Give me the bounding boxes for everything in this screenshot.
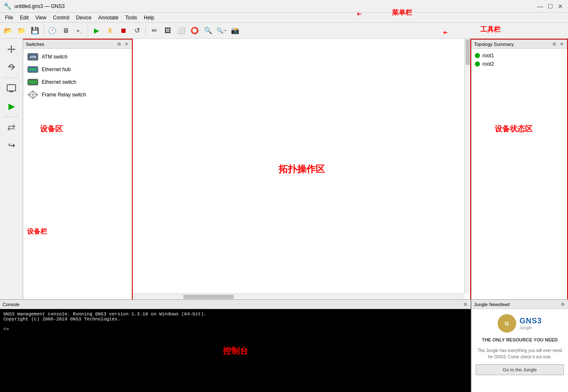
toolbar-image-btn[interactable]: 🖼 <box>161 25 174 37</box>
jungle-logo: G GNS3 Jungle <box>498 314 542 333</box>
menu-file[interactable]: File <box>2 14 16 21</box>
root1-status-dot <box>475 53 480 58</box>
close-button[interactable]: ✕ <box>556 2 565 11</box>
console-line-3 <box>3 322 467 327</box>
atm-switch-icon: ATM <box>27 52 38 61</box>
toolbar-open-btn[interactable]: 📁 <box>15 25 28 37</box>
switches-close-btn[interactable]: ✕ <box>123 41 129 47</box>
toolbar-screenshot-btn[interactable]: 📸 <box>229 25 241 37</box>
jungle-title: Jungle Newsfeed <box>474 302 509 307</box>
switches-list: ATM ATM switch <box>23 49 132 299</box>
dev-tool-connect[interactable] <box>3 59 19 75</box>
dev-tool-move[interactable] <box>3 41 19 57</box>
topology-summary-panel: Topology Summary ⧉ ✕ root1 root2 <box>471 39 568 299</box>
app-title: untitled.gns3 — GNS3 <box>14 3 64 9</box>
jungle-restore-btn[interactable]: ⧉ <box>560 301 565 307</box>
toolbar-console-btn[interactable]: >_ <box>73 25 86 37</box>
title-bar: 🔧 untitled.gns3 — GNS3 — ☐ ✕ <box>0 0 568 13</box>
topology-summary-list: root1 root2 <box>472 49 567 299</box>
main-layout: ▶ ↩ Switches ⧉ ✕ <box>0 39 568 392</box>
frame-relay-icon <box>27 90 38 99</box>
menu-control[interactable]: Control <box>50 14 73 21</box>
jungle-goto-button[interactable]: Go to the Jungle <box>476 364 564 375</box>
dev-tool-transfer[interactable] <box>3 120 19 136</box>
menu-tools[interactable]: Tools <box>122 14 140 21</box>
device-toolbar: ▶ ↩ <box>0 39 23 299</box>
bottom-section: Console ⧉ GNS3 management console. Runni… <box>0 299 568 392</box>
console-body[interactable]: GNS3 management console. Running GNS3 ve… <box>0 309 471 392</box>
top-section: ▶ ↩ Switches ⧉ ✕ <box>0 39 568 299</box>
switch-item-atm[interactable]: ATM ATM switch <box>23 51 132 63</box>
menu-device[interactable]: Device <box>73 14 95 21</box>
v-scrollbar[interactable] <box>464 39 470 293</box>
topology-restore-btn[interactable]: ⧉ <box>551 41 557 47</box>
svg-marker-4 <box>8 48 9 50</box>
dev-tool-screen[interactable] <box>3 80 19 96</box>
console-panel: Console ⧉ GNS3 management console. Runni… <box>0 300 471 392</box>
console-title: Console <box>3 302 19 307</box>
svg-point-13 <box>32 69 34 70</box>
switches-title: Switches <box>26 42 44 47</box>
ethernet-hub-icon <box>27 65 38 74</box>
toolbar-history-btn[interactable]: 🕐 <box>46 25 59 37</box>
frame-relay-label: Frame Relay switch <box>42 92 86 98</box>
menu-edit[interactable]: Edit <box>16 14 32 21</box>
console-header: Console ⧉ <box>0 300 471 309</box>
menu-view[interactable]: View <box>32 14 50 21</box>
h-scrollbar-thumb[interactable] <box>183 295 234 299</box>
toolbar-rect-btn[interactable]: ⬜ <box>175 25 188 37</box>
jungle-subtitle-label: Jungle <box>520 325 542 330</box>
topology-item-root1[interactable]: root1 <box>475 51 564 60</box>
toolbar-zoomout-btn[interactable]: 🔍− <box>215 25 228 37</box>
menu-bar: File Edit View Control Device Annotate T… <box>0 13 568 23</box>
switches-restore-btn[interactable]: ⧉ <box>116 41 122 47</box>
svg-marker-3 <box>11 51 12 53</box>
svg-rect-6 <box>7 85 16 91</box>
jungle-body: G GNS3 Jungle THE ONLY RESOURCE YOU NEED… <box>472 309 568 392</box>
toolbar-sep1 <box>43 26 44 36</box>
ethernet-switch-label: Ethernet switch <box>42 79 76 85</box>
jungle-description: The Jungle has everything you will ever … <box>476 347 564 360</box>
maximize-button[interactable]: ☐ <box>546 2 555 11</box>
console-line-4: => <box>3 327 467 332</box>
jungle-panel: Jungle Newsfeed ⧉ G G <box>471 300 568 392</box>
topology-item-root2[interactable]: root2 <box>475 60 564 68</box>
atm-switch-label: ATM switch <box>42 54 67 60</box>
minimize-button[interactable]: — <box>536 2 544 11</box>
switch-item-hub[interactable]: Ethernet hub <box>23 63 132 76</box>
ethernet-hub-label: Ethernet hub <box>42 67 71 72</box>
switch-item-switch[interactable]: Ethernet switch <box>23 76 132 88</box>
root2-status-dot <box>475 61 480 67</box>
switch-item-relay[interactable]: Frame Relay switch <box>23 88 132 101</box>
title-bar-controls: — ☐ ✕ <box>536 2 565 11</box>
dev-sep1 <box>4 77 19 78</box>
title-bar-left: 🔧 untitled.gns3 — GNS3 <box>3 2 64 10</box>
dev-tool-undo[interactable]: ↩ <box>3 137 19 153</box>
dev-sep2 <box>4 117 19 117</box>
toolbar-zoomin-btn[interactable]: 🔍 <box>202 25 214 37</box>
app-icon: 🔧 <box>3 2 12 10</box>
toolbar-device-btn[interactable]: 🖥 <box>59 25 72 37</box>
svg-point-12 <box>29 69 31 70</box>
toolbar-ellipse-btn[interactable]: ⭕ <box>188 25 201 37</box>
toolbar-new-btn[interactable]: 📂 <box>2 25 14 37</box>
menu-help[interactable]: Help <box>140 14 158 21</box>
svg-point-14 <box>35 69 36 70</box>
jungle-gns3-label: GNS3 <box>520 317 542 325</box>
topology-summary-header: Topology Summary ⧉ ✕ <box>472 40 567 49</box>
jungle-logo-icon: G <box>498 314 516 333</box>
console-restore-btn[interactable]: ⧉ <box>462 301 468 307</box>
topology-close-btn[interactable]: ✕ <box>559 41 565 47</box>
toolbar-start-btn[interactable]: ▶ <box>90 25 103 37</box>
menu-annotate[interactable]: Annotate <box>95 14 122 21</box>
h-scrollbar[interactable] <box>133 293 464 299</box>
toolbar-save-btn[interactable]: 💾 <box>29 25 41 37</box>
toolbar-annotate-btn[interactable]: ✏ <box>148 25 161 37</box>
toolbar-stop-btn[interactable]: ⏹ <box>117 25 130 37</box>
topology-workspace[interactable]: 拓扑操作区 <box>133 39 471 299</box>
toolbar-reload-btn[interactable]: ↺ <box>131 25 143 37</box>
console-line-2: Copyright (c) 2006-2019 GNS3 Technologie… <box>3 317 467 322</box>
dev-tool-run[interactable]: ▶ <box>3 98 19 114</box>
toolbar-pause-btn[interactable]: ⏸ <box>104 25 116 37</box>
v-scrollbar-thumb[interactable] <box>466 40 470 65</box>
